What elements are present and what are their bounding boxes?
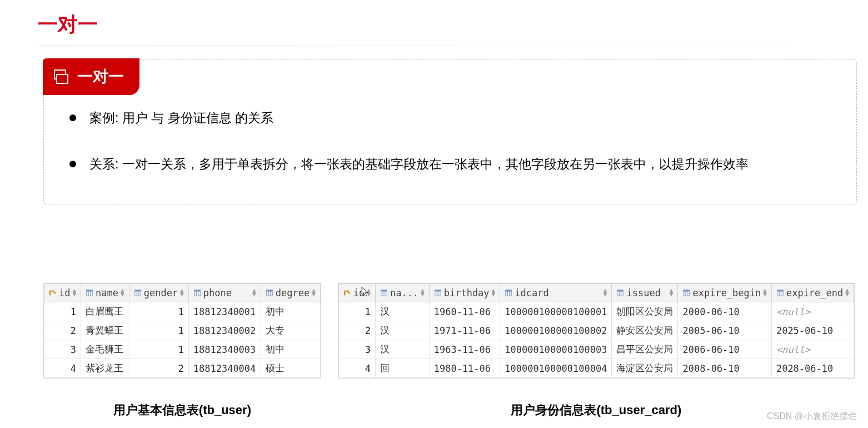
table-row[interactable]: 1白眉鹰王118812340001初中 — [44, 302, 321, 321]
table-cell: 汉 — [375, 302, 429, 321]
bullet-text: 关系: 一对一关系，多用于单表拆分，将一张表的基础字段放在一张表中，其他字段放在… — [89, 155, 749, 174]
column-label: idcard — [515, 287, 548, 298]
column-icon — [505, 289, 512, 297]
column-header[interactable]: issued▲▼ — [612, 284, 678, 302]
bullet-dot-icon — [69, 161, 76, 167]
table-cell: 2005-06-10 — [678, 321, 771, 340]
table-cell: <null> — [771, 340, 854, 359]
svg-rect-31 — [506, 290, 512, 292]
table-row[interactable]: 2青翼蝠王118812340002大专 — [44, 321, 321, 340]
column-header[interactable]: birthday▲▼ — [429, 284, 500, 302]
sort-icon[interactable]: ▲▼ — [312, 289, 316, 296]
sort-icon[interactable]: ▲▼ — [252, 289, 256, 296]
title-divider — [38, 45, 868, 46]
table-cell: 1 — [129, 340, 188, 359]
svg-point-21 — [348, 292, 351, 294]
table-cell: 2 — [338, 321, 375, 340]
column-header[interactable]: phone▲▼ — [188, 284, 261, 302]
table-cell: 回 — [375, 359, 429, 378]
table-row[interactable]: 1汉1960-11-06100000100000100001朝阳区公安局2000… — [338, 302, 854, 321]
table-cell: 初中 — [261, 302, 320, 321]
column-icon — [193, 289, 201, 297]
column-icon — [616, 289, 624, 297]
svg-rect-43 — [777, 290, 784, 292]
table-cell: 静安区公安局 — [612, 321, 678, 340]
sort-icon[interactable]: ▲▼ — [845, 289, 849, 296]
table-card-wrap: id▲▼na...▲▼birthday▲▼idcard▲▼issued▲▼exp… — [338, 283, 855, 379]
table-user-block: id▲▼name▲▼gender▲▼phone▲▼degree▲▼ 1白眉鹰王1… — [43, 283, 321, 419]
column-header[interactable]: idcard▲▼ — [500, 284, 612, 302]
column-label: degree — [276, 287, 310, 298]
table-row[interactable]: 2汉1971-11-06100000100000100002静安区公安局2005… — [338, 321, 854, 340]
column-icon — [682, 289, 690, 297]
column-header[interactable]: na...▲▼ — [375, 284, 429, 302]
content-card: 一对一 案例: 用户 与 身份证信息 的关系 关系: 一对一关系，多用于单表拆分… — [43, 59, 857, 205]
table-cell: 1980-11-06 — [429, 359, 500, 378]
windows-icon — [54, 69, 68, 84]
table-cell: 1971-11-06 — [429, 321, 500, 340]
table-user-wrap: id▲▼name▲▼gender▲▼phone▲▼degree▲▼ 1白眉鹰王1… — [43, 283, 321, 379]
svg-rect-0 — [49, 291, 51, 296]
column-header[interactable]: degree▲▼ — [261, 284, 320, 302]
column-header[interactable]: id▲▼ — [44, 284, 81, 302]
badge-label: 一对一 — [77, 66, 124, 87]
svg-rect-8 — [134, 290, 141, 292]
table-cell: 1 — [129, 302, 188, 321]
bullet-item: 案例: 用户 与 身份证信息 的关系 — [69, 108, 840, 128]
sort-icon[interactable]: ▲▼ — [763, 289, 767, 296]
column-label: id — [59, 287, 70, 298]
table-card: id▲▼na...▲▼birthday▲▼idcard▲▼issued▲▼exp… — [338, 283, 854, 378]
table-cell: 大专 — [261, 321, 320, 340]
svg-point-2 — [54, 292, 56, 294]
table-cell: 海淀区公安局 — [612, 359, 678, 378]
table-cell: 100000100000100003 — [500, 340, 612, 359]
svg-rect-23 — [381, 290, 387, 292]
primary-key-icon — [49, 289, 57, 297]
sort-icon[interactable]: ▲▼ — [603, 289, 607, 296]
column-label: na... — [390, 287, 418, 298]
column-header[interactable]: gender▲▼ — [129, 284, 188, 302]
table-cell: 4 — [338, 359, 375, 378]
sort-icon[interactable]: ▲▼ — [492, 289, 496, 296]
table-cell: 18812340001 — [188, 302, 261, 321]
bullet-text: 案例: 用户 与 身份证信息 的关系 — [89, 108, 273, 128]
column-header[interactable]: expire_end▲▼ — [771, 284, 854, 302]
column-header[interactable]: name▲▼ — [81, 284, 129, 302]
svg-rect-1 — [51, 291, 54, 292]
table-row[interactable]: 3金毛狮王118812340003初中 — [44, 340, 321, 359]
table-cell: 2000-06-10 — [678, 302, 771, 321]
svg-rect-4 — [87, 290, 93, 292]
column-header[interactable]: id▲▼ — [338, 284, 375, 302]
table-row[interactable]: 4回1980-11-06100000100000100004海淀区公安局2008… — [338, 359, 854, 378]
column-icon — [380, 289, 388, 297]
bullet-dot-icon — [69, 115, 76, 121]
table-cell: 硕士 — [261, 359, 320, 378]
page-title: 一对一 — [0, 0, 868, 45]
column-icon — [776, 289, 784, 297]
bullet-item: 关系: 一对一关系，多用于单表拆分，将一张表的基础字段放在一张表中，其他字段放在… — [69, 155, 840, 174]
sort-icon[interactable]: ▲▼ — [670, 289, 674, 296]
svg-rect-27 — [435, 290, 441, 292]
table-cell: 100000100000100001 — [500, 302, 612, 321]
column-header[interactable]: expire_begin▲▼ — [678, 284, 771, 302]
table-cell: 3 — [338, 340, 375, 359]
table-row[interactable]: 3汉1963-11-06100000100000100003昌平区公安局2006… — [338, 340, 854, 359]
table-cell: 4 — [44, 359, 81, 378]
sort-icon[interactable]: ▲▼ — [72, 289, 76, 296]
svg-rect-19 — [344, 291, 346, 296]
column-label: name — [96, 287, 118, 298]
tables-row: id▲▼name▲▼gender▲▼phone▲▼degree▲▼ 1白眉鹰王1… — [0, 205, 868, 419]
table-cell: 100000100000100004 — [500, 359, 612, 378]
table-cell: 18812340004 — [188, 359, 261, 378]
column-icon — [86, 289, 93, 297]
table-cell: 1963-11-06 — [429, 340, 500, 359]
table-row[interactable]: 4紫衫龙王218812340004硕士 — [44, 359, 321, 378]
table-cell: 1960-11-06 — [429, 302, 500, 321]
sort-icon[interactable]: ▲▼ — [121, 289, 124, 296]
sort-icon[interactable]: ▲▼ — [421, 289, 425, 296]
sort-icon[interactable]: ▲▼ — [180, 289, 184, 296]
table-cell: 紫衫龙王 — [81, 359, 129, 378]
table-cell: 2008-06-10 — [678, 359, 771, 378]
table-cell: 100000100000100002 — [500, 321, 612, 340]
table-cell: 汉 — [375, 340, 429, 359]
